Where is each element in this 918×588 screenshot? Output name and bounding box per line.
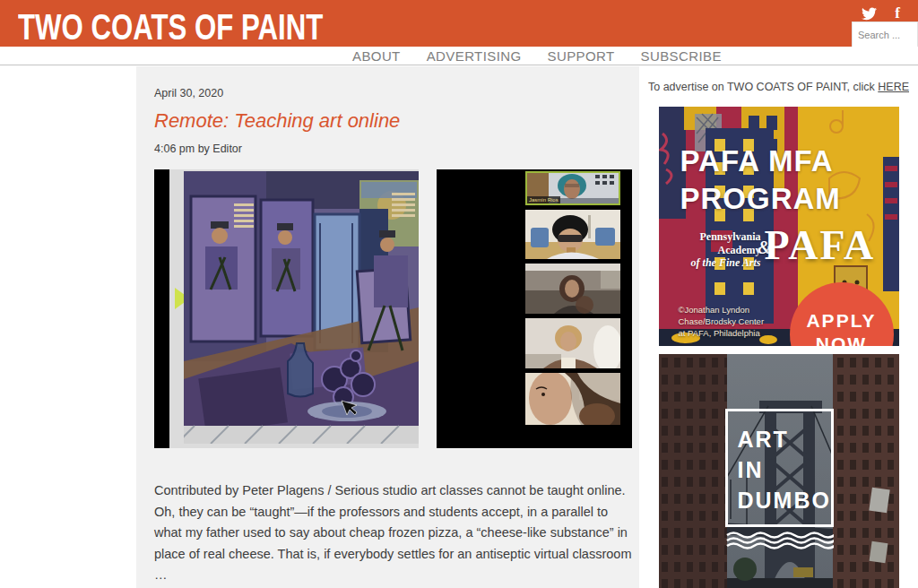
pafa-headline-line1: PAFA MFA [680, 143, 841, 180]
participant-video-4 [525, 318, 620, 368]
nav-item-subscribe[interactable]: SUBSCRIBE [641, 48, 722, 64]
shared-screen-painting [154, 169, 419, 448]
dumbo-line2: IN [738, 454, 831, 485]
participant-video-3 [525, 264, 620, 314]
advertise-here-link[interactable]: HERE [878, 81, 909, 93]
dumbo-line1: ART [738, 424, 831, 454]
dumbo-line3: DUMBO [738, 485, 831, 515]
site-logo[interactable]: TWO COATS OF PAINT [18, 8, 323, 46]
social-links: f [862, 6, 900, 21]
participant-video-5 [525, 373, 620, 425]
search-input[interactable] [852, 22, 918, 48]
nav-item-about[interactable]: ABOUT [352, 48, 401, 64]
site-header: TWO COATS OF PAINT f [0, 0, 918, 47]
post-byline: 4:06 pm by Editor [154, 143, 639, 155]
facebook-icon[interactable]: f [895, 6, 900, 21]
article-column: April 30, 2020 Remote: Teaching art onli… [136, 66, 639, 588]
twitter-icon[interactable] [862, 7, 877, 21]
annotation-highlight [175, 288, 184, 309]
advertise-note: To advertise on TWO COATS OF PAINT, clic… [639, 81, 918, 93]
post-date: April 30, 2020 [154, 87, 639, 99]
wave-lines-icon [725, 532, 834, 549]
nav-item-advertising[interactable]: ADVERTISING [427, 48, 522, 64]
pafa-acronym: PAFA [765, 221, 876, 269]
sidebar: To advertise on TWO COATS OF PAINT, clic… [639, 66, 918, 588]
nav-item-support[interactable]: SUPPORT [548, 48, 615, 64]
pafa-org-name: Pennsylvania Academy of the Fine Arts & [675, 230, 761, 270]
participant-strip: Jasmin Rios [525, 171, 620, 425]
main-nav: ABOUT ADVERTISING SUPPORT SUBSCRIBE [0, 47, 918, 65]
participant-video-2 [525, 210, 620, 259]
pafa-headline-line2: PROGRAM [680, 180, 841, 218]
post-title[interactable]: Remote: Teaching art online [154, 109, 639, 133]
advertise-note-text: To advertise on TWO COATS OF PAINT, clic… [648, 81, 878, 93]
participant-name-label: Jasmin Rios [527, 196, 560, 203]
black-filmstrip-bar [154, 169, 169, 448]
pafa-photo-credit: ©Jonathan Lyndon Chase/Brodsky Center at… [679, 304, 765, 339]
page: TWO COATS OF PAINT f ABOUT ADVERTISING S… [0, 0, 918, 588]
dumbo-logo-frame: ART IN DUMBO [725, 409, 834, 527]
dumbo-ad-banner[interactable]: ART IN DUMBO [659, 354, 899, 588]
participant-video-1: Jasmin Rios [525, 171, 620, 205]
pafa-ad-banner[interactable]: PAFA MFA PROGRAM Pennsylvania Academy of… [659, 107, 899, 346]
featured-image[interactable]: Jasmin Rios [154, 169, 639, 448]
studio-painting-image [184, 171, 419, 444]
post-excerpt: Contributed by Peter Plagens / Serious s… [154, 480, 632, 586]
pafa-headline: PAFA MFA PROGRAM [680, 143, 841, 218]
zoom-gallery-panel: Jasmin Rios [437, 169, 632, 448]
